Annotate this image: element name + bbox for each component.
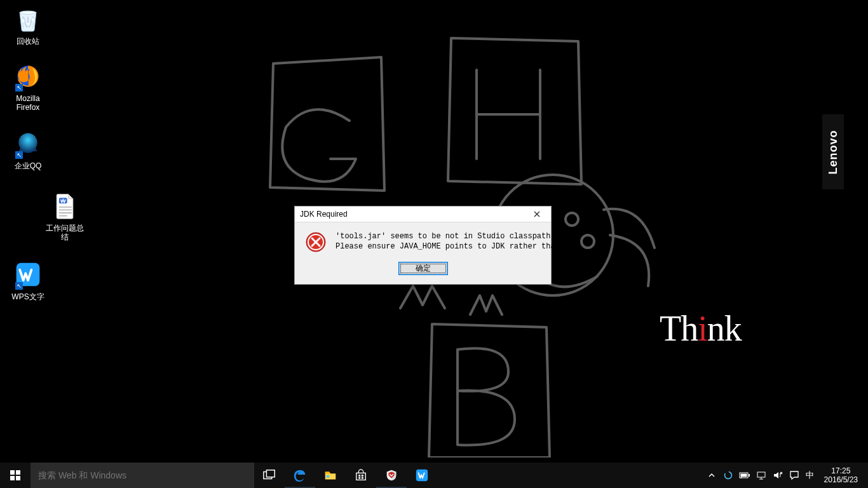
taskbar: 中 17:25 2016/5/23 [0,463,868,488]
desktop-icon-enterprise-qq[interactable]: 企业QQ [4,128,52,170]
tray-battery-icon[interactable] [736,463,753,488]
svg-rect-18 [358,477,360,479]
dialog-titlebar[interactable]: JDK Required [295,207,551,222]
dialog-jdk-required: JDK Required 'tools.jar' seems to be not… [294,206,552,285]
taskbar-app-wps[interactable] [407,463,437,488]
taskbar-app-file-explorer[interactable] [315,463,346,488]
desktop-icon-work-doc[interactable]: 工作问题总 结 [41,191,89,241]
taskbar-app-edge[interactable] [285,463,315,488]
svg-rect-15 [327,475,330,478]
desktop-icon-label: Mozilla Firefox [4,94,52,112]
task-view-icon [262,468,276,482]
document-icon [50,191,80,221]
close-icon [534,211,540,217]
svg-rect-25 [757,472,765,477]
desktop-icon-label: 工作问题总 结 [41,224,89,241]
recycle-bin-icon [13,4,43,34]
desktop-icon-firefox[interactable]: Mozilla Firefox [4,61,52,112]
taskbar-spacer [437,463,703,488]
dialog-close-button[interactable] [522,207,551,222]
dialog-message: 'tools.jar' seems to be not in Studio cl… [336,231,583,253]
svg-rect-9 [10,470,15,475]
tray-action-center-icon[interactable] [786,463,803,488]
desktop-icon-recycle-bin[interactable]: 回收站 [4,4,52,46]
system-tray: 中 17:25 2016/5/23 [703,463,868,488]
desktop-icon-label: WPS文字 [4,292,52,301]
sync-icon [723,470,733,480]
store-icon [354,468,368,482]
wps-icon [13,259,43,290]
firefox-icon [13,61,43,92]
mcafee-icon [384,468,398,482]
shortcut-overlay-icon [15,282,23,290]
tray-ime-indicator[interactable]: 中 [803,463,818,488]
taskbar-app-mcafee[interactable] [376,463,407,488]
svg-rect-19 [362,477,363,479]
dialog-title: JDK Required [300,210,522,219]
desktop-icon-label: 企业QQ [4,161,52,170]
edge-icon [293,468,307,482]
task-view-button[interactable] [254,463,285,488]
wps-icon [415,468,429,482]
battery-icon [739,471,750,479]
svg-point-21 [724,472,731,479]
windows-logo-icon [10,470,20,480]
folder-icon [323,468,337,482]
tray-sync-icon[interactable] [720,463,736,488]
tray-volume-icon[interactable] [770,463,786,488]
svg-point-3 [20,11,36,15]
action-center-icon [789,470,799,480]
svg-rect-14 [266,470,275,477]
svg-rect-23 [749,474,750,477]
chevron-up-icon [708,471,715,479]
dialog-ok-button[interactable]: 确定 [398,262,448,275]
svg-rect-17 [362,475,363,477]
shortcut-overlay-icon [15,151,23,159]
tray-network-icon[interactable] [753,463,770,488]
clock-date: 2016/5/23 [824,475,858,484]
network-icon [756,470,766,480]
svg-rect-12 [16,476,20,480]
volume-icon [773,470,783,480]
svg-rect-16 [358,475,360,477]
taskbar-app-store[interactable] [346,463,376,488]
svg-rect-10 [16,470,20,475]
shortcut-overlay-icon [15,84,23,92]
error-icon [305,231,327,253]
taskbar-search[interactable] [31,463,254,488]
tray-overflow-button[interactable] [703,463,720,488]
desktop-icon-label: 回收站 [4,37,52,46]
clock-time: 17:25 [831,466,850,475]
qq-icon [13,128,43,159]
start-button[interactable] [0,463,31,488]
taskbar-clock[interactable]: 17:25 2016/5/23 [818,466,864,484]
svg-rect-11 [10,476,15,480]
desktop-icon-wps-writer[interactable]: WPS文字 [4,259,52,301]
search-input[interactable] [38,470,247,480]
